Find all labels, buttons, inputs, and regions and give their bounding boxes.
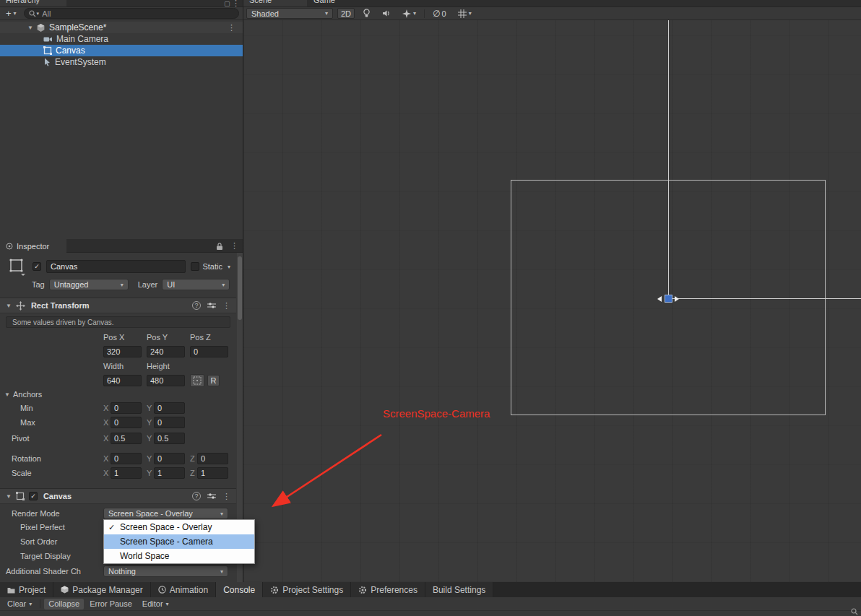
move-gizmo[interactable] [665, 295, 672, 303]
tab-project-settings[interactable]: Project Settings [263, 582, 351, 597]
tab-project[interactable]: Project [0, 582, 53, 597]
tab-preferences[interactable]: Preferences [351, 582, 425, 597]
scene-grid-button[interactable]: ▾ [454, 8, 475, 19]
component-kebab-icon[interactable]: ⋮ [222, 492, 230, 501]
lock-icon[interactable] [216, 242, 223, 251]
help-icon[interactable]: ? [192, 301, 201, 310]
check-icon: ✓ [108, 523, 120, 532]
error-pause-toggle[interactable]: Error Pause [85, 599, 137, 610]
anchor-presets-button[interactable] [190, 374, 204, 387]
anchors-max-x-field[interactable]: 0 [111, 417, 142, 428]
scene-visibility-button[interactable]: ∅ 0 [429, 8, 450, 19]
gizmo-axis-vertical [668, 20, 669, 298]
annotation-text: ScreenSpace-Camera [383, 407, 490, 420]
static-checkbox[interactable] [191, 262, 199, 271]
editor-dropdown[interactable]: Editor ▾ [138, 599, 173, 610]
option-world-space[interactable]: World Space [104, 549, 254, 563]
layer-dropdown[interactable]: UI ▾ [162, 279, 230, 290]
foldout-open-icon[interactable]: ▼ [27, 25, 33, 31]
additional-shader-dropdown[interactable]: Nothing ▾ [103, 565, 228, 577]
tab-scene[interactable]: Scene [243, 0, 307, 7]
hierarchy-item-main-camera[interactable]: Main Camera [0, 33, 243, 45]
chevron-down-icon: ▾ [220, 511, 223, 517]
clear-button[interactable]: Clear ▾ [3, 599, 36, 610]
axis-z-label: Z [190, 454, 197, 463]
anchors-min-x-field[interactable]: 0 [111, 402, 142, 414]
gameobject-icon[interactable] [6, 257, 27, 276]
presets-icon[interactable] [207, 493, 216, 500]
tab-package-manager[interactable]: Package Manager [53, 582, 150, 597]
shading-mode-dropdown[interactable]: Shaded ▾ [246, 8, 333, 19]
canvas-component-header[interactable]: ▼ ✓ Canvas ? ⋮ [0, 488, 236, 504]
rotation-z-field[interactable]: 0 [197, 453, 228, 464]
tab-build-settings[interactable]: Build Settings [425, 582, 493, 597]
gameobject-name-field[interactable]: Canvas [46, 260, 186, 273]
pos-y-field[interactable]: 240 [147, 346, 185, 357]
pos-x-field[interactable]: 320 [103, 346, 142, 357]
foldout-open-icon[interactable]: ▼ [6, 303, 12, 309]
scene-audio-button[interactable] [378, 8, 394, 19]
component-kebab-icon[interactable]: ⋮ [222, 301, 230, 311]
pivot-label: Pivot [0, 434, 103, 443]
2d-toggle-button[interactable]: 2D [337, 8, 355, 19]
gameobject-name: Canvas [51, 262, 77, 271]
item-label: Main Camera [56, 34, 108, 44]
hierarchy-item-eventsystem[interactable]: EventSystem [0, 56, 243, 68]
window-controls[interactable]: ▢ ⋮ [224, 0, 240, 7]
inspector-kebab-icon[interactable]: ⋮ [230, 241, 238, 251]
hierarchy-search-input[interactable]: ▾ All [24, 8, 239, 19]
scale-x-field[interactable]: 1 [111, 467, 142, 479]
tab-console[interactable]: Console [216, 582, 263, 597]
pos-z-field[interactable]: 0 [190, 346, 228, 357]
rotation-x-field[interactable]: 0 [111, 453, 142, 464]
scene-effects-button[interactable]: ▾ [399, 8, 420, 19]
maximize-icon[interactable]: ▢ [224, 0, 230, 7]
axis-x-label: X [103, 418, 111, 427]
height-field[interactable]: 480 [147, 375, 185, 386]
collapse-toggle[interactable]: Collapse [44, 599, 84, 610]
pivot-y-field[interactable]: 0.5 [154, 433, 185, 444]
search-filter-chevron-icon[interactable]: ▾ [37, 11, 40, 17]
rect-transform-header[interactable]: ▼ Rect Transform ? ⋮ [0, 298, 236, 313]
scene-root-row[interactable]: ▼ SampleScene* ⋮ [0, 22, 243, 33]
width-field[interactable]: 640 [103, 375, 142, 386]
chevron-down-icon: ▾ [166, 601, 169, 607]
chevron-down-icon: ▾ [14, 10, 17, 17]
chevron-down-icon: ▾ [220, 568, 223, 575]
rotation-y-field[interactable]: 0 [154, 453, 185, 464]
project-icon [7, 586, 15, 594]
active-checkbox[interactable]: ✓ [33, 262, 41, 271]
static-dropdown[interactable]: Static ▾ [191, 262, 230, 271]
option-screen-space-camera[interactable]: Screen Space - Camera [104, 534, 254, 549]
item-label: EventSystem [55, 57, 106, 67]
chevron-down-icon: ▾ [469, 10, 472, 17]
create-object-button[interactable]: + ▾ [4, 8, 19, 19]
tab-game[interactable]: Game [308, 0, 365, 7]
tab-hierarchy[interactable]: Hierarchy [0, 0, 66, 7]
component-enabled-checkbox[interactable]: ✓ [29, 492, 38, 500]
foldout-open-icon[interactable]: ▼ [6, 493, 12, 500]
scene-viewport[interactable]: ScreenSpace-Camera [243, 20, 861, 582]
tab-animation[interactable]: Animation [151, 582, 216, 597]
pivot-x-field[interactable]: 0.5 [111, 433, 142, 444]
axis-y-label: Y [147, 434, 154, 443]
scale-y-field[interactable]: 1 [154, 467, 185, 479]
scene-kebab-icon[interactable]: ⋮ [228, 23, 235, 32]
render-mode-label: Render Mode [0, 509, 103, 518]
option-screen-space-overlay[interactable]: ✓ Screen Space - Overlay [104, 520, 254, 534]
console-search-icon[interactable] [851, 608, 858, 615]
anchors-foldout[interactable]: ▼ Anchors [0, 389, 236, 400]
scene-lighting-button[interactable] [359, 8, 374, 19]
raw-edit-mode-button[interactable]: R [207, 375, 220, 386]
scale-z-field[interactable]: 1 [197, 467, 228, 479]
anchors-min-y-field[interactable]: 0 [154, 402, 185, 414]
help-icon[interactable]: ? [192, 492, 201, 500]
anchors-max-y-field[interactable]: 0 [154, 417, 185, 428]
hierarchy-item-canvas[interactable]: Canvas [0, 45, 243, 56]
scrollbar-thumb[interactable] [238, 256, 242, 320]
render-mode-dropdown[interactable]: Screen Space - Overlay ▾ [103, 508, 228, 519]
tab-inspector[interactable]: Inspector [0, 239, 66, 253]
presets-icon[interactable] [207, 302, 216, 309]
tag-dropdown[interactable]: Untagged ▾ [49, 279, 129, 290]
kebab-icon[interactable]: ⋮ [232, 0, 240, 7]
